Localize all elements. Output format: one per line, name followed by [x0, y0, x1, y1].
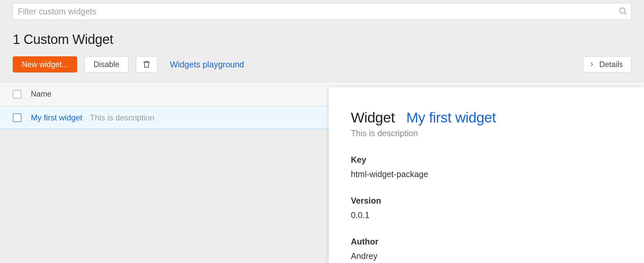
details-widget-name-link[interactable]: My first widget: [406, 109, 496, 125]
details-author-label: Author: [351, 237, 644, 247]
widgets-playground-link[interactable]: Widgets playground: [165, 60, 244, 69]
toolbar: New widget... Disable Widgets playground…: [0, 47, 644, 82]
select-all-checkbox[interactable]: [13, 90, 21, 99]
row-checkbox[interactable]: [13, 113, 21, 122]
details-key-value: html-widget-package: [351, 169, 644, 179]
page-title: 1 Custom Widget: [0, 20, 644, 47]
details-heading-prefix: Widget: [351, 109, 395, 125]
details-description: This is description: [351, 128, 644, 138]
svg-line-1: [625, 13, 627, 15]
details-panel: Widget My first widget This is descripti…: [329, 87, 644, 263]
trash-icon: [142, 60, 151, 69]
filter-box: [13, 3, 631, 20]
widget-name-link[interactable]: My first widget: [31, 113, 82, 122]
details-version-value: 0.0.1: [351, 210, 644, 220]
new-widget-button[interactable]: New widget...: [13, 56, 77, 72]
svg-point-0: [620, 8, 625, 13]
search-icon: [619, 7, 628, 16]
details-version-label: Version: [351, 196, 644, 206]
widget-description: This is description: [90, 113, 154, 122]
details-author-value: Andrey: [351, 251, 644, 261]
disable-button[interactable]: Disable: [85, 56, 128, 72]
chevron-right-icon: [589, 61, 595, 67]
details-toggle-button[interactable]: Details: [583, 56, 631, 72]
details-key-label: Key: [351, 155, 644, 165]
filter-input[interactable]: [13, 3, 631, 20]
delete-button[interactable]: [136, 56, 157, 72]
details-button-label: Details: [599, 60, 623, 69]
